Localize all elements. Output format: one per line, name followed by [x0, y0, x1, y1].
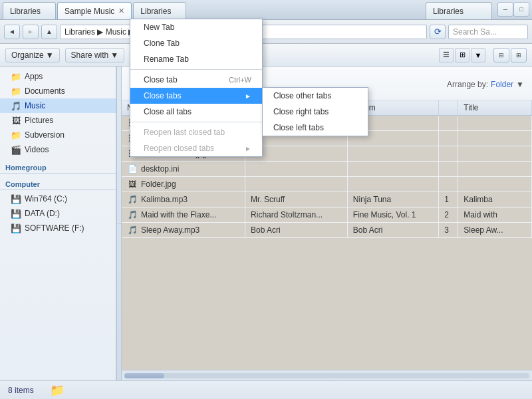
file-title: [458, 116, 532, 131]
search-input[interactable]: [448, 25, 528, 39]
close-tab-icon[interactable]: ✕: [118, 7, 124, 15]
file-title: [458, 131, 532, 146]
sidebar-item-label: Apps: [25, 72, 43, 81]
submenu-item-label: Close right tabs: [273, 107, 329, 116]
sidebar-item-c-drive[interactable]: 💾 Win764 (C:): [0, 192, 116, 206]
submenu-item-close-left[interactable]: Close left tabs: [263, 120, 368, 136]
share-with-button[interactable]: Share with ▼: [65, 48, 125, 63]
file-track: [439, 131, 458, 146]
col-title[interactable]: Title: [458, 100, 532, 116]
menu-item-label: New Tab: [144, 23, 174, 32]
file-title: Kalimba: [458, 192, 532, 207]
menu-item-close-tabs[interactable]: Close tabs ► Close other tabs Close righ…: [130, 88, 262, 104]
sidebar-item-f-drive[interactable]: 💾 SOFTWARE (F:): [0, 221, 116, 235]
organize-label: Organize: [11, 51, 44, 60]
apps-icon: 📁: [11, 71, 21, 82]
submenu-item-close-other[interactable]: Close other tabs: [263, 88, 368, 104]
menu-item-close-all-tabs[interactable]: Close all tabs: [130, 104, 262, 120]
resize-handle[interactable]: ⋮: [116, 66, 122, 380]
sidebar-item-pictures[interactable]: 🖼 Pictures: [0, 113, 116, 128]
view-grid-button[interactable]: ⊞: [455, 48, 469, 63]
sidebar-item-music[interactable]: 🎵 Music: [0, 98, 116, 113]
submenu-close-tabs: Close other tabs Close right tabs Close …: [262, 87, 368, 136]
table-row[interactable]: 🖼Folder.jpg: [122, 177, 532, 192]
menu-item-rename-tab[interactable]: Rename Tab: [130, 51, 262, 67]
tab-label: Libraries: [433, 7, 464, 16]
sidebar-item-label: Win764 (C:): [25, 194, 67, 203]
menu-item-clone-tab[interactable]: Clone Tab: [130, 35, 262, 51]
address-bar: ◄ ► ▲ Libraries ▶ Music ▶ Samp ▶ ⟳: [0, 20, 532, 44]
table-row[interactable]: 🎵Kalimba.mp3 Mr. Scruff Ninja Tuna 1 Kal…: [122, 192, 532, 207]
sidebar-item-label: Videos: [25, 145, 49, 154]
horizontal-scrollbar[interactable]: [122, 370, 532, 380]
file-name: 🎵Maid with the Flaxe...: [122, 207, 245, 223]
file-name: 📄desktop.ini: [122, 162, 245, 177]
tab-libraries-3[interactable]: Libraries: [426, 2, 492, 19]
file-title: [458, 146, 532, 162]
menu-item-close-tab[interactable]: Close tab Ctrl+W: [130, 72, 262, 88]
file-title: [458, 177, 532, 192]
file-track: 2: [439, 207, 458, 223]
scroll-thumb[interactable]: [124, 373, 164, 378]
sidebar-item-label: Pictures: [25, 116, 53, 125]
subversion-icon: 📁: [11, 130, 21, 140]
file-icon: 🎵: [127, 225, 138, 235]
menu-item-label: Close tabs: [144, 91, 182, 100]
file-title: Maid with: [458, 207, 532, 223]
videos-icon: 🎬: [11, 144, 21, 155]
tab-sample-music[interactable]: Sample Music ✕: [57, 2, 132, 19]
sidebar-item-d-drive[interactable]: 💾 DATA (D:): [0, 206, 116, 221]
sort-options-button[interactable]: ▼: [471, 48, 485, 63]
menu-item-label: Reopen last closed tab: [144, 128, 225, 137]
file-album: [347, 162, 438, 177]
back-button[interactable]: ◄: [4, 25, 20, 39]
file-album: Ninja Tuna: [347, 192, 438, 207]
computer-header: Computer: [0, 178, 116, 190]
sidebar-item-apps[interactable]: 📁 Apps: [0, 69, 116, 84]
refresh-button[interactable]: ⟳: [430, 25, 446, 39]
file-track: 1: [439, 192, 458, 207]
maximize-button[interactable]: □: [513, 2, 529, 17]
menu-shortcut: Ctrl+W: [229, 76, 251, 84]
status-bar: 8 items 📁: [0, 380, 532, 399]
table-row[interactable]: 🎵Maid with the Flaxe... Richard Stoltzma…: [122, 207, 532, 223]
file-track: [439, 177, 458, 192]
file-artist: [245, 162, 348, 177]
file-album: Bob Acri: [347, 223, 438, 238]
forward-button[interactable]: ►: [23, 25, 39, 39]
sidebar-section-favorites: 📁 Apps 📁 Documents 🎵 Music 🖼 Pictures 📁 …: [0, 69, 116, 157]
minimize-button[interactable]: ─: [497, 2, 513, 17]
menu-item-reopen-closed: Reopen closed tabs ►: [130, 140, 262, 156]
tab-libraries-2[interactable]: Libraries: [133, 2, 186, 19]
sidebar-item-documents[interactable]: 📁 Documents: [0, 84, 116, 98]
table-row[interactable]: 📄desktop.ini: [122, 162, 532, 177]
view-details-button[interactable]: ☰: [439, 48, 454, 63]
file-name: 🎵Kalimba.mp3: [122, 192, 245, 207]
col-track[interactable]: [439, 100, 458, 116]
sidebar-section-computer: Computer 💾 Win764 (C:) 💾 DATA (D:) 💾 SOF…: [0, 178, 116, 235]
tab-libraries-1[interactable]: Libraries: [3, 2, 56, 19]
pane-toggle-button[interactable]: ⊟: [493, 48, 509, 63]
arrange-by-value[interactable]: Folder: [491, 80, 513, 89]
sidebar-item-label: DATA (D:): [25, 209, 60, 218]
file-icon: 🎵: [127, 209, 138, 220]
up-button[interactable]: ▲: [41, 25, 57, 39]
music-icon: 🎵: [11, 100, 21, 111]
sidebar-item-videos[interactable]: 🎬 Videos: [0, 142, 116, 157]
menu-item-new-tab[interactable]: New Tab: [130, 19, 262, 35]
sidebar-item-label: Music: [25, 101, 45, 110]
table-row[interactable]: 🎵Sleep Away.mp3 Bob Acri Bob Acri 3 Slee…: [122, 223, 532, 238]
submenu-item-close-right[interactable]: Close right tabs: [263, 104, 368, 120]
organize-button[interactable]: Organize ▼: [5, 48, 60, 63]
file-artist: Mr. Scruff: [245, 192, 348, 207]
f-drive-icon: 💾: [11, 223, 21, 233]
file-name: 🎵Sleep Away.mp3: [122, 223, 245, 238]
sidebar-item-subversion[interactable]: 📁 Subversion: [0, 128, 116, 142]
file-title: Sleep Aw...: [458, 223, 532, 238]
preview-toggle-button[interactable]: ⊞: [511, 48, 527, 63]
file-track: [439, 116, 458, 131]
file-artist: Bob Acri: [245, 223, 348, 238]
item-count: 8 items: [8, 386, 34, 395]
file-album: [347, 146, 438, 162]
tab-label: Sample Music: [65, 7, 114, 16]
